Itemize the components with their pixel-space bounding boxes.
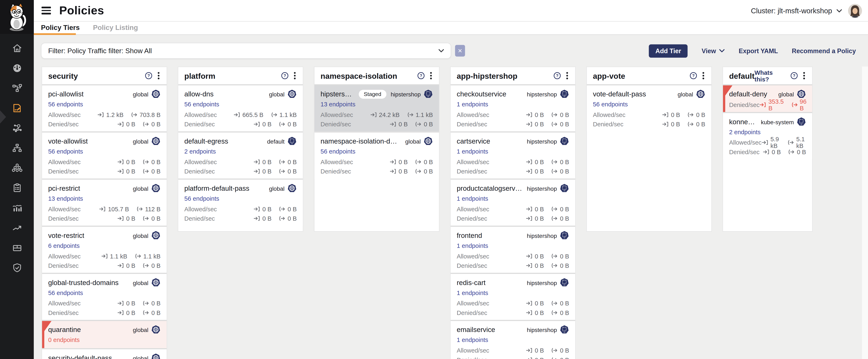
stat-values: 0 B 0 B [526, 206, 569, 212]
whats-this-link[interactable]: ? [552, 72, 561, 79]
endpoints-link[interactable]: 56 endpoints [320, 148, 355, 155]
ingress-icon [234, 112, 240, 118]
tier-menu-kebab-icon[interactable] [802, 71, 806, 80]
policy-card-productcatalogservice[interactable]: productcatalogservice hipstershop ns 1 e… [451, 178, 575, 226]
endpoints-link[interactable]: 1 endpoints [457, 101, 488, 108]
sidebar-item-threat-defense[interactable] [11, 262, 22, 273]
tab-policy-tiers[interactable]: Policy Tiers [41, 24, 80, 32]
endpoints-link[interactable]: 1 endpoints [457, 289, 488, 296]
menu-icon[interactable] [41, 7, 51, 14]
egress-stat: 5.1 kB [787, 136, 806, 149]
endpoints-link[interactable]: 1 endpoints [457, 148, 488, 155]
tier-menu-kebab-icon[interactable] [702, 71, 705, 80]
policy-card-hipstershop-gh[interactable]: hipstershop-gh… Staged hipstershop ns 13… [314, 85, 439, 131]
whats-this-link[interactable]: ? [688, 72, 697, 79]
view-dropdown[interactable]: View [702, 47, 725, 54]
tier-column-default: default Whats this? ? default-deny globa… [722, 66, 813, 232]
add-tier-button[interactable]: Add Tier [649, 44, 688, 57]
sidebar-item-hierarchy[interactable] [11, 142, 22, 154]
stat-label: Denied/sec [184, 168, 215, 175]
endpoints-link[interactable]: 2 endpoints [184, 148, 216, 155]
traffic-stat-row: Denied/sec 0 B 0 B [48, 121, 161, 128]
sidebar-item-endpoints[interactable] [11, 163, 22, 173]
endpoints-link[interactable]: 13 endpoints [48, 195, 83, 202]
sidebar-item-home[interactable] [11, 43, 22, 54]
endpoints-link[interactable]: 6 endpoints [48, 242, 80, 249]
vertical-scrollbar[interactable] [862, 66, 868, 359]
policy-name: allow-dns [184, 90, 214, 98]
policy-card-redis-cart[interactable]: redis-cart hipstershop ns 1 endpoints [451, 273, 575, 320]
endpoints-link[interactable]: 56 endpoints [593, 101, 628, 108]
endpoints-link[interactable]: 56 endpoints [184, 101, 219, 108]
endpoints-link[interactable]: 0 endpoints [48, 336, 80, 343]
whats-this-link[interactable]: ? [143, 72, 153, 79]
policy-card-vote-allowlist[interactable]: vote-allowlist global ns 56 endpoints [42, 131, 166, 178]
policy-card-vote-default-pass[interactable]: vote-default-pass global ns 56 endpoints [587, 85, 711, 131]
stat-label: Allowed/sec [457, 347, 489, 354]
policy-card-security-default-pass[interactable]: security-default-pass global ns [42, 348, 166, 359]
tier-menu-kebab-icon[interactable] [157, 71, 161, 80]
policy-card-pci-restrict[interactable]: pci-restrict global ns 13 endpoints Al [42, 178, 166, 226]
endpoints-link[interactable]: 1 endpoints [457, 195, 488, 202]
recommend-policy-button[interactable]: Recommend a Policy [792, 47, 856, 54]
policy-name: default-egress [184, 137, 228, 145]
endpoints-link[interactable]: 13 endpoints [320, 101, 355, 108]
clear-filter-button[interactable]: ✕ [455, 45, 465, 56]
ingress-stat: 0 B [526, 206, 544, 212]
endpoints-link[interactable]: 2 endpoints [729, 129, 761, 135]
policy-traffic-filter-select[interactable]: Filter: Policy Traffic filter: Show All [41, 43, 451, 59]
stat-values: 0 B 0 B [526, 262, 569, 269]
policy-card-konnectivity-agent[interactable]: konnectivity-agent kube-system ns 2 endp… [723, 112, 812, 159]
policy-card-default-egress[interactable]: default-egress default ns 2 endpoints [178, 131, 303, 178]
sidebar-item-storage[interactable] [11, 242, 22, 253]
tab-policy-listing[interactable]: Policy Listing [93, 24, 138, 32]
policy-card-vote-restrict[interactable]: vote-restrict global ns 6 endpoints Al [42, 226, 166, 273]
sidebar-item-compliance[interactable] [11, 183, 22, 193]
ingress-value: 665.5 B [243, 111, 264, 118]
endpoints-link[interactable]: 56 endpoints [48, 101, 83, 108]
policy-card-global-trusted-domains[interactable]: global-trusted-domains global ns 56 endp… [42, 273, 166, 320]
policy-name: cartservice [457, 137, 490, 145]
ingress-stat: 0 B [253, 168, 272, 175]
sidebar-item-trends[interactable] [11, 222, 22, 233]
stat-label: Denied/sec [320, 121, 351, 128]
policy-card-quarantine[interactable]: quarantine global ns 0 endpoints [42, 320, 166, 348]
policy-card-platform-default-pass[interactable]: platform-default-pass global ns 56 endpo… [178, 178, 303, 226]
endpoints-link[interactable]: 56 endpoints [184, 195, 219, 202]
policy-card-emailservice[interactable]: emailservice hipstershop ns 1 endpoints [451, 320, 575, 359]
endpoints-link[interactable]: 56 endpoints [48, 148, 83, 155]
calico-logo[interactable] [0, 0, 34, 34]
policy-scope-label: kube-system [761, 118, 794, 125]
sidebar-item-policies[interactable] [11, 103, 22, 114]
tier-menu-kebab-icon[interactable] [565, 71, 569, 80]
sidebar-item-reports[interactable] [11, 202, 22, 213]
endpoints-link[interactable]: 1 endpoints [457, 242, 488, 249]
policy-card-namespace-isolation-default-p[interactable]: namespace-isolation-default-p… global ns… [314, 131, 439, 178]
policy-card-checkoutservice[interactable]: checkoutservice hipstershop ns 1 endpoin… [451, 85, 575, 131]
endpoints-link[interactable]: 56 endpoints [48, 289, 83, 296]
sidebar-item-flow-visualization[interactable] [11, 122, 22, 134]
policy-name: frontend [457, 231, 482, 239]
sidebar-item-dashboard[interactable] [11, 63, 22, 74]
stat-label: Denied/sec [48, 168, 79, 175]
policy-card-default-deny[interactable]: default-deny global ns Denied/sec [723, 85, 812, 112]
export-yaml-button[interactable]: Export YAML [739, 47, 778, 54]
egress-value: 0 B [151, 215, 161, 222]
whats-this-link[interactable]: ? [279, 72, 288, 79]
ingress-stat: 1.2 kB [97, 111, 123, 118]
whats-this-link[interactable]: ? [415, 72, 425, 79]
egress-value: 0 B [287, 206, 297, 212]
ingress-value: 0 B [126, 309, 135, 316]
policy-card-allow-dns[interactable]: allow-dns global ns 56 endpoints Allow [178, 85, 303, 131]
egress-stat: 1.1 kB [134, 253, 161, 259]
policy-card-pci-allowlist[interactable]: pci-allowlist global ns 56 endpoints A [42, 85, 166, 131]
policy-card-cartservice[interactable]: cartservice hipstershop ns 1 endpoints [451, 131, 575, 178]
endpoints-link[interactable]: 1 endpoints [457, 336, 488, 343]
user-avatar[interactable] [848, 3, 862, 18]
tier-menu-kebab-icon[interactable] [293, 71, 297, 80]
policy-card-frontend[interactable]: frontend hipstershop ns 1 endpoints Al [451, 226, 575, 273]
whats-this-link[interactable]: Whats this? ? [754, 69, 798, 82]
sidebar-item-service-graph[interactable] [11, 83, 22, 94]
cluster-selector[interactable]: Cluster: jlt-msft-workshop [751, 6, 842, 15]
tier-menu-kebab-icon[interactable] [429, 71, 433, 80]
